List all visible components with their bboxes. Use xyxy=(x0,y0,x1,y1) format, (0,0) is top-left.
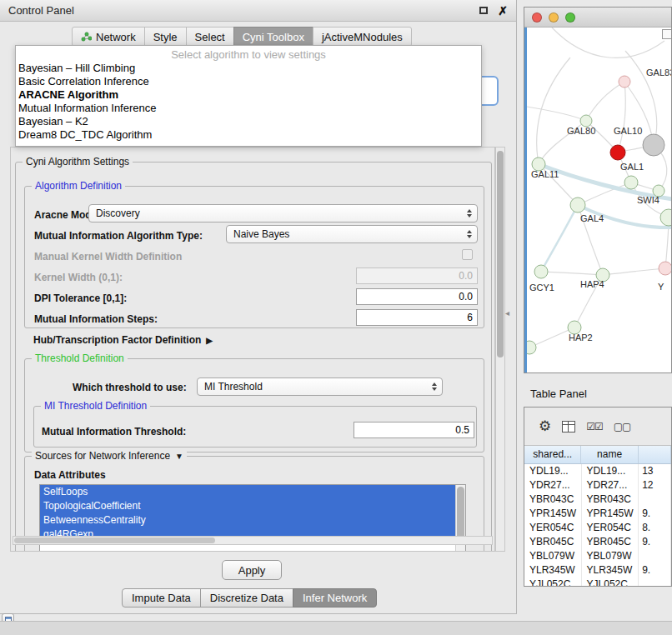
network-node[interactable] xyxy=(580,115,592,127)
table-row[interactable]: YBR043CYBR043C xyxy=(524,492,671,507)
network-node[interactable] xyxy=(619,76,630,88)
tab-select[interactable]: Select xyxy=(186,27,234,47)
column-header-2[interactable] xyxy=(639,446,671,463)
network-node[interactable] xyxy=(659,262,671,275)
table-row[interactable]: YBR045CYBR045C9. xyxy=(524,535,671,549)
horizontal-scrollbar[interactable] xyxy=(13,536,493,545)
attribute-item-topologicalcoefficient[interactable]: TopologicalCoefficient xyxy=(40,499,455,513)
kernel-width-field[interactable] xyxy=(356,268,478,284)
mi-threshold-field[interactable] xyxy=(354,422,474,438)
network-canvas-svg[interactable]: GAL83GAL80GAL10GAL11GAL1SWI4GAL4GCY1HAP4… xyxy=(527,28,671,372)
table-row[interactable]: YDR27...YDR27...12 xyxy=(524,478,671,492)
node-label-gcy1: GCY1 xyxy=(529,282,554,292)
network-tab-icon xyxy=(81,32,92,42)
network-edge[interactable] xyxy=(618,82,625,152)
table-row[interactable]: YJL052CYJL052C xyxy=(524,578,671,587)
apply-button[interactable]: Apply xyxy=(222,560,282,580)
tab-discretize-data[interactable]: Discretize Data xyxy=(200,588,293,608)
hub-section-label: Hub/Transcription Factor Definition xyxy=(33,334,201,346)
table-cell xyxy=(639,549,671,563)
close-panel-icon[interactable]: ✗ xyxy=(498,5,508,17)
hub-collapsed-caret-icon[interactable]: ▶ xyxy=(206,336,213,345)
manual-kernel-width-checkbox[interactable] xyxy=(462,249,473,260)
table-cell: 8. xyxy=(639,521,671,535)
algorithm-option-basic-correlation-inference[interactable]: Basic Correlation Inference xyxy=(16,75,481,88)
column-header-name[interactable]: name xyxy=(581,446,638,463)
deselect-all-icon[interactable]: ▢▢ xyxy=(614,421,631,432)
column-selector-icon[interactable] xyxy=(562,421,575,432)
network-node[interactable] xyxy=(610,145,625,160)
network-edge[interactable] xyxy=(529,328,574,348)
tab-label: Select xyxy=(195,31,225,43)
table-row[interactable]: YER054CYER054C8. xyxy=(524,521,671,535)
network-node[interactable] xyxy=(570,198,585,212)
network-edge[interactable] xyxy=(586,82,624,121)
node-label-gal80: GAL80 xyxy=(567,126,595,136)
table-cell: 9. xyxy=(639,563,671,578)
algorithm-option-mutual-information-inference[interactable]: Mutual Information Inference xyxy=(16,102,481,115)
attribute-item-selfloops[interactable]: SelfLoops xyxy=(40,485,455,499)
float-window-icon[interactable] xyxy=(479,7,488,14)
bottom-tabs: Impute DataDiscretize DataInfer Network xyxy=(122,588,377,608)
vertical-scrollbar-thumb[interactable] xyxy=(497,151,504,358)
sources-group-title[interactable]: Sources for Network Inference▼ xyxy=(32,450,187,462)
network-node[interactable] xyxy=(643,134,664,156)
node-label-gal10: GAL10 xyxy=(614,126,642,136)
table-row[interactable]: YPR145WYPR145W9. xyxy=(524,507,671,521)
table-row[interactable]: YBL079WYBL079W xyxy=(524,549,671,563)
algorithm-option-aracne-algorithm[interactable]: ARACNE Algorithm xyxy=(16,88,481,102)
threshold-definition-group: Threshold Definition Which threshold to … xyxy=(24,358,484,452)
network-grip-box[interactable] xyxy=(662,29,672,39)
hub-section-toggle[interactable]: Hub/Transcription Factor Definition▶ xyxy=(33,334,213,346)
table-settings-gear-icon[interactable]: ⚙ xyxy=(539,419,551,433)
tab-style[interactable]: Style xyxy=(144,27,187,47)
control-panel-titlebar: Control Panel ✗ xyxy=(0,0,516,22)
which-threshold-combobox[interactable]: MI Threshold xyxy=(197,378,443,396)
vertical-scrollbar[interactable] xyxy=(495,147,505,552)
column-header-shared[interactable]: shared... xyxy=(524,446,581,463)
window-minimize-button[interactable] xyxy=(549,12,559,22)
network-edge[interactable] xyxy=(541,205,578,272)
network-node[interactable] xyxy=(534,265,548,278)
window-close-button[interactable] xyxy=(532,12,542,22)
attribute-item-betweennesscentrality[interactable]: BetweennessCentrality xyxy=(40,513,455,528)
tab-label: jActiveMNodules xyxy=(322,31,403,43)
network-canvas[interactable]: GAL83GAL80GAL10GAL11GAL1SWI4GAL4GCY1HAP4… xyxy=(524,28,671,372)
mi-algorithm-type-combobox[interactable]: Naive Bayes xyxy=(226,225,478,243)
network-edge[interactable] xyxy=(552,28,664,58)
tab-jactivemnodules[interactable]: jActiveMNodules xyxy=(313,27,412,47)
table-cell: YBR045C xyxy=(582,535,639,549)
tab-infer-network[interactable]: Infer Network xyxy=(293,588,377,608)
dpi-tolerance-field[interactable] xyxy=(356,288,478,305)
window-zoom-button[interactable] xyxy=(565,12,575,22)
network-edge[interactable] xyxy=(527,107,586,121)
table-cell: YLR345W xyxy=(524,563,582,578)
network-edge[interactable] xyxy=(603,268,665,275)
algorithm-dropdown-popup: Select algorithm to view settings Bayesi… xyxy=(15,45,482,147)
network-node[interactable] xyxy=(624,176,638,189)
algorithm-option-dream8-dc-tdc-algorithm[interactable]: Dream8 DC_TDC Algorithm xyxy=(16,128,481,142)
tab-network[interactable]: Network xyxy=(72,27,145,47)
table-row[interactable]: YLR345WYLR345W9. xyxy=(524,563,671,578)
control-panel-window: Control Panel ✗ NetworkStyleSelectCyni T… xyxy=(0,0,517,614)
network-edge[interactable] xyxy=(541,272,603,275)
attributes-scrollbar-thumb[interactable] xyxy=(457,487,464,539)
table-cell xyxy=(639,578,671,587)
panel-divider-grip-icon[interactable]: ◂ xyxy=(505,308,509,318)
algorithm-option-bayesian-k2[interactable]: Bayesian – K2 xyxy=(16,115,481,128)
table-row[interactable]: YDL19...YDL19...13 xyxy=(524,464,671,478)
table-cell: YPR145W xyxy=(582,507,639,521)
sources-expanded-caret-icon[interactable]: ▼ xyxy=(175,452,183,461)
tab-cyni-toolbox[interactable]: Cyni Toolbox xyxy=(233,27,313,47)
tab-impute-data[interactable]: Impute Data xyxy=(122,588,201,608)
network-node[interactable] xyxy=(527,341,536,354)
network-edge[interactable] xyxy=(537,58,570,164)
network-node[interactable] xyxy=(660,209,671,226)
aracne-mode-combobox[interactable]: Discovery xyxy=(88,204,478,222)
network-view-window: GAL83GAL80GAL10GAL11GAL1SWI4GAL4GCY1HAP4… xyxy=(524,7,672,373)
algorithm-option-bayesian-hill-climbing[interactable]: Bayesian – Hill Climbing xyxy=(16,62,481,75)
select-all-icon[interactable]: ☑☑ xyxy=(586,421,603,432)
mi-steps-field[interactable] xyxy=(356,309,478,326)
table-cell: YDL19... xyxy=(582,464,639,478)
horizontal-scrollbar-thumb[interactable] xyxy=(14,538,215,543)
